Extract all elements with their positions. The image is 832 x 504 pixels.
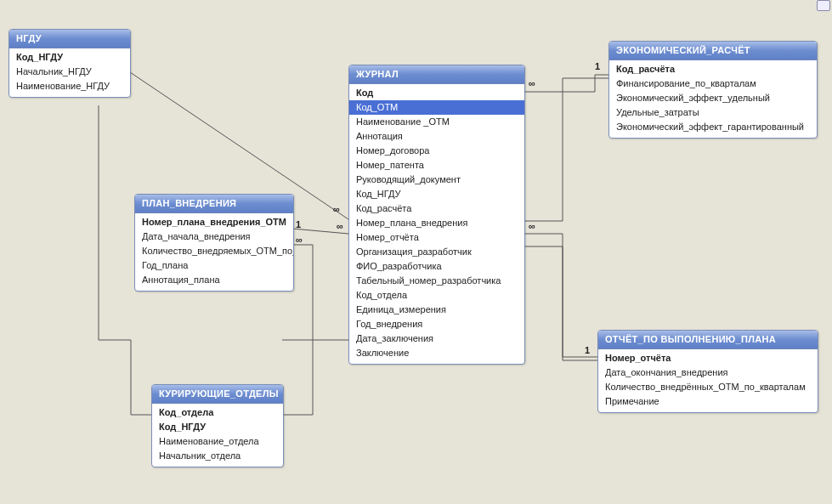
table-ekonomicheskiy-raschet[interactable]: ЭКОНОМИЧЕСКИЙ_РАСЧЁТ Код_расчёта Финанси… xyxy=(608,41,818,139)
field[interactable]: Начальник_отдела xyxy=(152,449,283,463)
field[interactable]: Номер_договора xyxy=(349,144,524,158)
field-pk[interactable]: Код_НГДУ xyxy=(9,50,130,65)
field[interactable]: Год_внедрения xyxy=(349,317,524,331)
cardinality-1: 1 xyxy=(585,345,590,355)
field-pk[interactable]: Код_НГДУ xyxy=(152,420,283,434)
field[interactable]: Код_расчёта xyxy=(349,201,524,216)
relationship-canvas[interactable]: 1 ∞ 1 ∞ ∞ ∞ ∞ 1 ∞ 1 НГДУ Код_НГДУ Началь… xyxy=(0,0,832,504)
field[interactable]: Аннотация xyxy=(349,129,524,144)
cardinality-1: 1 xyxy=(595,61,600,71)
field[interactable]: Год_плана xyxy=(135,258,293,273)
field[interactable]: Аннотация_плана xyxy=(135,273,293,287)
field[interactable]: Номер_отчёта xyxy=(349,230,524,245)
field[interactable]: ФИО_разработчика xyxy=(349,259,524,274)
cardinality-inf: ∞ xyxy=(337,221,343,231)
table-title: НГДУ xyxy=(9,30,130,48)
cardinality-inf: ∞ xyxy=(529,78,535,88)
field-pk[interactable]: Код_отдела xyxy=(152,405,283,420)
field[interactable]: Финансирование_по_кварталам xyxy=(609,76,817,91)
field[interactable]: Руководящий_документ xyxy=(349,173,524,187)
field[interactable]: Примечание xyxy=(598,394,818,409)
field[interactable]: Количество_внедряемых_ОТМ_по_кв xyxy=(135,244,293,258)
field[interactable]: Единица_измерения xyxy=(349,303,524,317)
field[interactable]: Наименование_отдела xyxy=(152,434,283,449)
table-title: ЖУРНАЛ xyxy=(349,65,524,84)
field-pk[interactable]: Код xyxy=(349,86,524,100)
field[interactable]: Табельный_номер_разработчика xyxy=(349,274,524,288)
field[interactable]: Наименование_НГДУ xyxy=(9,79,130,93)
window-control-icon[interactable] xyxy=(817,0,830,11)
field[interactable]: Номер_патента xyxy=(349,158,524,173)
field[interactable]: Дата_заключения xyxy=(349,331,524,346)
field[interactable]: Код_НГДУ xyxy=(349,187,524,201)
field[interactable]: Удельные_затраты xyxy=(609,105,817,120)
table-title: ОТЧЁТ_ПО ВЫПОЛНЕНИЮ_ПЛАНА xyxy=(598,331,818,349)
field[interactable]: Дата_окончания_внедрения xyxy=(598,365,818,380)
cardinality-inf: ∞ xyxy=(333,204,340,214)
table-title: ПЛАН_ВНЕДРЕНИЯ xyxy=(135,195,293,213)
field[interactable]: Экономический_эффект_гарантированный xyxy=(609,120,817,134)
field[interactable]: Номер_плана_внедрения xyxy=(349,216,524,230)
table-ngdu[interactable]: НГДУ Код_НГДУ Начальник_НГДУ Наименовани… xyxy=(8,29,131,98)
cardinality-1: 1 xyxy=(296,219,301,229)
table-zhurnal[interactable]: ЖУРНАЛ Код Код_ОТМ Наименование _ОТМ Анн… xyxy=(348,65,525,365)
table-kuriruyushchie-otdely[interactable]: КУРИРУЮЩИЕ_ОТДЕЛЫ Код_отдела Код_НГДУ На… xyxy=(151,384,284,467)
field[interactable]: Организация_разработчик xyxy=(349,245,524,259)
cardinality-inf: ∞ xyxy=(529,221,535,231)
field[interactable]: Количество_внедрённых_ОТМ_по_кварталам xyxy=(598,380,818,394)
field[interactable]: Наименование _ОТМ xyxy=(349,115,524,129)
field[interactable]: Дата_начала_внедрения xyxy=(135,229,293,244)
field-pk[interactable]: Код_расчёта xyxy=(609,62,817,76)
table-otchet-po-vypolneniyu-plana[interactable]: ОТЧЁТ_ПО ВЫПОЛНЕНИЮ_ПЛАНА Номер_отчёта Д… xyxy=(597,330,818,413)
field[interactable]: Экономический_эффект_удельный xyxy=(609,91,817,105)
field-pk[interactable]: Номер_плана_внедрения_ОТМ xyxy=(135,215,293,229)
field[interactable]: Начальник_НГДУ xyxy=(9,65,130,79)
field-pk[interactable]: Номер_отчёта xyxy=(598,351,818,365)
table-plan-vnedreniya[interactable]: ПЛАН_ВНЕДРЕНИЯ Номер_плана_внедрения_ОТМ… xyxy=(134,194,294,292)
table-title: ЭКОНОМИЧЕСКИЙ_РАСЧЁТ xyxy=(609,42,817,60)
field[interactable]: Заключение xyxy=(349,346,524,360)
field-selected[interactable]: Код_ОТМ xyxy=(349,100,524,115)
field[interactable]: Код_отдела xyxy=(349,288,524,303)
cardinality-inf: ∞ xyxy=(296,235,303,245)
table-title: КУРИРУЮЩИЕ_ОТДЕЛЫ xyxy=(152,385,283,404)
